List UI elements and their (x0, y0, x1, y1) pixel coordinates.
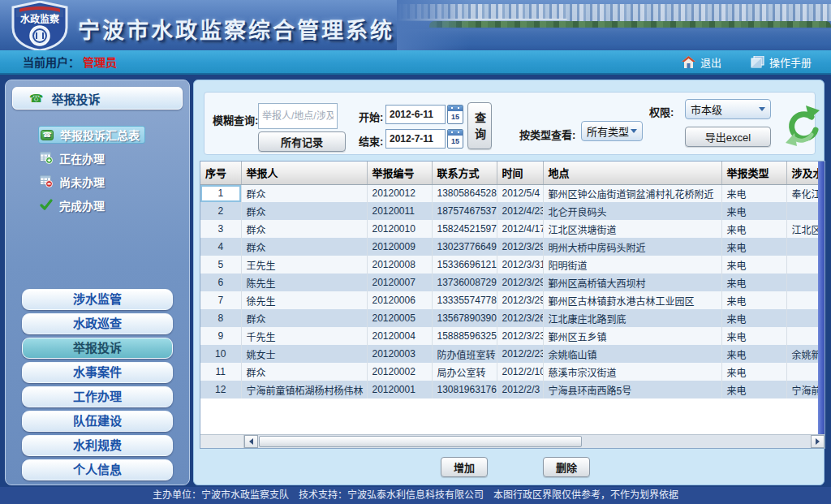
module-water-supervision[interactable]: 涉水监管 (22, 289, 173, 310)
module-water-cases[interactable]: 水事案件 (22, 362, 173, 383)
table-remove-icon (40, 174, 53, 190)
table-row[interactable]: 3群众20120010158245215972012/4/17江北区洪塘街道来电… (200, 220, 820, 238)
scroll-left-button[interactable] (244, 435, 258, 448)
table-cell: 江北区宅 (786, 220, 820, 238)
table-cell: 2012/3/26 (497, 309, 543, 327)
table-cell (786, 309, 820, 327)
table-cell: 2012/3/29 (497, 274, 543, 291)
end-calendar-button[interactable]: 15 (447, 129, 463, 149)
module-water-fees[interactable]: 水利规费 (22, 435, 173, 456)
table-row[interactable]: 12宁海前童镇柘湖杨村杨伟林20120001130819631762012/2/… (200, 381, 820, 398)
delete-button[interactable]: 删除 (543, 457, 590, 477)
table-cell: 15824521597 (432, 220, 497, 238)
table-row[interactable]: 2群众20120011187574675372012/4/23北仑开良码头来电 (200, 202, 820, 220)
table-header-row: 序号 举报人 举报编号 联系方式 时间 地点 举报类型 涉及水域 (200, 162, 820, 184)
table-cell: 来电 (721, 381, 786, 398)
horizontal-scrollbar (200, 434, 825, 448)
table-cell: 阳明街道 (543, 256, 721, 274)
table-cell: 10 (200, 345, 241, 363)
scroll-right-button[interactable] (811, 435, 825, 448)
table-cell: 20120008 (367, 256, 432, 274)
table-cell: 2012/4/17 (497, 220, 543, 238)
table-cell: 2012/3/29 (497, 291, 543, 309)
left-arrow-icon (249, 438, 253, 445)
sidebar-item-label: 完成办理 (59, 197, 105, 213)
calendar-day: 15 (448, 111, 463, 123)
table-cell: 群众 (241, 202, 367, 220)
sidebar-item-complaint-summary[interactable]: ☎ 举报投诉汇总表 (38, 126, 145, 144)
col-header-time[interactable]: 时间 (497, 162, 543, 184)
start-calendar-button[interactable]: 15 (447, 105, 463, 124)
table-row[interactable]: 11群众20120002局办公室转2012/2/10慈溪市宗汉街道来电 (200, 363, 820, 381)
scrollbar-track[interactable] (258, 435, 811, 448)
phone-icon: ☎ (41, 130, 54, 140)
table-cell: 20120002 (367, 363, 432, 381)
col-header-waters[interactable]: 涉及水域 (786, 162, 820, 184)
col-header-location[interactable]: 地点 (543, 162, 721, 184)
table-cell: 20120003 (367, 345, 432, 363)
main-content: 模糊查询: 所有记录 开始: 15 结束: 15 查询 按类型查看: (193, 80, 825, 485)
table-cell: 群众 (241, 363, 367, 381)
vertical-scrollbar[interactable] (818, 162, 825, 434)
table-cell: 余姚新奄 (786, 345, 820, 363)
table-cell (786, 256, 820, 274)
fuzzy-search-input[interactable] (258, 103, 338, 129)
col-header-report-no[interactable]: 举报编号 (367, 162, 432, 184)
module-complaints[interactable]: 举报投诉 (22, 338, 173, 359)
table-cell: 余姚临山镇 (543, 345, 721, 363)
permission-select[interactable]: 市本级 (685, 99, 771, 119)
table-cell: 局办公室转 (432, 363, 497, 381)
col-header-type[interactable]: 举报类型 (721, 162, 786, 184)
sidebar-panel-title: 举报投诉 (51, 90, 100, 107)
table-cell: 11 (200, 363, 241, 381)
refresh-icon[interactable] (784, 102, 820, 148)
start-date-input[interactable] (385, 105, 446, 124)
table-row[interactable]: 5王先生20120008153366961212012/3/31阳明街道来电 (200, 256, 820, 274)
table-cell: 鄞州区古林镇葑水港古林工业园区 (543, 291, 721, 309)
col-header-contact[interactable]: 联系方式 (432, 162, 497, 184)
table-cell: 4 (200, 238, 241, 256)
page-footer: 主办单位：宁波市水政监察支队 技术支持：宁波弘泰水利信息科技有限公司 本图行政区… (0, 487, 831, 504)
table-row[interactable]: 6陈先生20120007137360087292012/3/29鄞州区高桥镇大西… (200, 274, 820, 291)
table-cell: 8 (200, 309, 241, 327)
table-cell: 20120010 (367, 220, 432, 238)
table-row[interactable]: 4群众20120009130237766492012/3/29明州大桥中房码头附… (200, 238, 820, 256)
end-date-input[interactable] (385, 129, 446, 149)
table-cell: 宁海前童镇柘湖杨村杨伟林 (241, 381, 367, 398)
table-cell: 20120001 (367, 381, 432, 398)
module-personal-info[interactable]: 个人信息 (22, 459, 173, 480)
table-cell (786, 238, 820, 256)
export-excel-button[interactable]: 导出excel (685, 127, 771, 147)
col-header-reporter[interactable]: 举报人 (241, 162, 367, 184)
chevron-down-icon (759, 107, 765, 111)
module-water-patrol[interactable]: 水政巡查 (22, 313, 173, 334)
table-cell: 2012/2/23 (497, 345, 543, 363)
table-cell: 来电 (721, 238, 786, 256)
manual-button[interactable]: 操作手册 (751, 54, 812, 70)
module-work-handling[interactable]: 工作办理 (22, 386, 173, 407)
table-row[interactable]: 1群众20120012138058645282012/5/4鄞州区钟公庙街道铜盆… (200, 184, 820, 202)
add-button[interactable]: 增加 (441, 457, 488, 477)
table-row[interactable]: 7徐先生20120006133355747782012/3/29鄞州区古林镇葑水… (200, 291, 820, 309)
sidebar-item-pending[interactable]: 尚未办理 (38, 173, 110, 191)
table-cell: 来电 (721, 291, 786, 309)
sidebar-item-completed[interactable]: 完成办理 (38, 196, 110, 214)
sidebar-panel-header[interactable]: ☎ 举报投诉 (12, 87, 183, 110)
col-header-index[interactable]: 序号 (200, 162, 241, 184)
table-cell (786, 327, 820, 345)
table-row[interactable]: 10姚女士20120003防办值班室转2012/2/23余姚临山镇来电余姚新奄 (200, 345, 820, 363)
search-button[interactable]: 查询 (467, 102, 492, 149)
logout-button[interactable]: 退出 (682, 54, 721, 70)
table-cell: 20120004 (367, 327, 432, 345)
sidebar-item-in-progress[interactable]: 正在办理 (38, 149, 110, 167)
module-team-building[interactable]: 队伍建设 (22, 411, 173, 432)
table-row[interactable]: 9千先生20120004158885963252012/3/23鄞州区五乡镇来电 (200, 327, 820, 345)
table-cell: 江北康庄北路到底 (543, 309, 721, 327)
table-cell: 20120011 (367, 202, 432, 220)
table-row[interactable]: 8群众20120005135678903902012/3/26江北康庄北路到底来… (200, 309, 820, 327)
all-records-button[interactable]: 所有记录 (258, 131, 346, 152)
table-cell: 来电 (721, 274, 786, 291)
sidebar: ☎ 举报投诉 ☎ 举报投诉汇总表 (5, 80, 190, 485)
scrollbar-thumb[interactable] (259, 436, 582, 447)
type-select[interactable]: 所有类型 (581, 121, 643, 141)
